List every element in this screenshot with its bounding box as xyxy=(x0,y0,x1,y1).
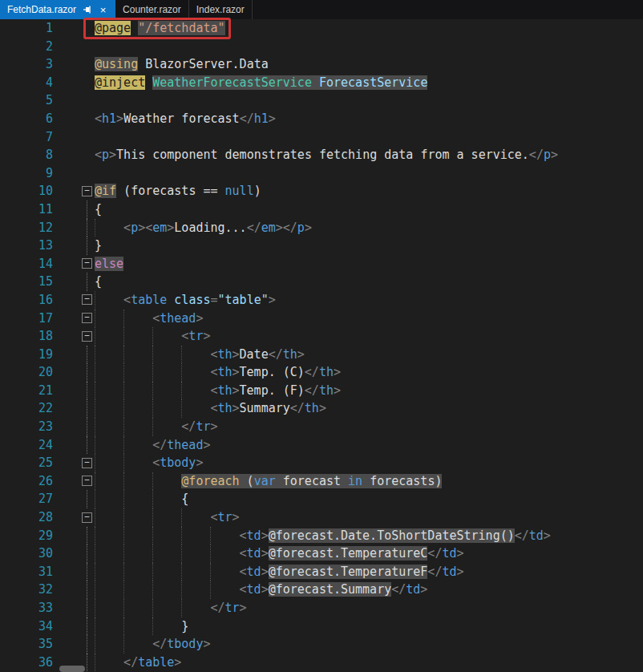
code-line[interactable]: 19<th>Date</th> xyxy=(0,346,643,364)
code-line[interactable]: 12<p><em>Loading...</em></p> xyxy=(0,219,643,237)
code-line[interactable]: 24</thead> xyxy=(0,436,643,455)
tab-counter[interactable]: Counter.razor xyxy=(115,0,189,19)
code-line[interactable]: 35</tbody> xyxy=(0,635,643,654)
line-number: 18 xyxy=(0,327,53,346)
code-line[interactable]: 20<th>Temp. (C)</th> xyxy=(0,363,643,382)
fold-gutter xyxy=(53,273,95,291)
code-line[interactable]: 30<td>@forecast.TemperatureC</td> xyxy=(0,544,643,563)
code-line[interactable]: 32<td>@forecast.Summary</td> xyxy=(0,581,643,599)
fold-collapse-icon[interactable]: − xyxy=(82,294,92,305)
code-line[interactable]: 5 xyxy=(0,91,643,110)
line-number: 35 xyxy=(0,635,53,654)
code-line[interactable]: 22<th>Summary</th> xyxy=(0,399,643,418)
code-line[interactable]: 14−else xyxy=(0,255,643,273)
fold-guide-line xyxy=(87,363,87,382)
code-token: </ xyxy=(515,528,529,543)
indent-guide xyxy=(152,544,181,563)
pin-icon[interactable] xyxy=(82,5,92,15)
code-token: > xyxy=(109,148,116,162)
code-token: thead xyxy=(167,438,203,452)
editor[interactable]: 1@page "/fetchdata"23@using BlazorServer… xyxy=(0,19,643,672)
code-token: null xyxy=(225,184,254,198)
code-token: > xyxy=(210,419,217,434)
code-line[interactable]: 26−@foreach (var forecast in forecasts) xyxy=(0,472,643,491)
code-line[interactable]: 25−<tbody> xyxy=(0,454,643,472)
line-number: 34 xyxy=(0,617,53,636)
fold-guide-line xyxy=(87,418,87,436)
code-line[interactable]: 27{ xyxy=(0,490,643,508)
code-line[interactable]: 11{ xyxy=(0,200,643,219)
indent-guide xyxy=(152,327,181,346)
indent-guide xyxy=(152,346,181,364)
indent-guide xyxy=(123,527,152,545)
code-line[interactable]: 3@using BlazorServer.Data xyxy=(0,55,643,74)
line-number: 12 xyxy=(0,219,53,237)
code-line[interactable]: 2 xyxy=(0,38,643,56)
code-line[interactable]: 33</tr> xyxy=(0,599,643,617)
code-line[interactable]: 10−@if (forecasts == null) xyxy=(0,182,643,200)
code-line[interactable]: 29<td>@forecast.Date.ToShortDateString()… xyxy=(0,527,643,545)
code-token: BlazorServer.Data xyxy=(145,57,269,71)
code-token: table xyxy=(138,655,174,670)
line-number: 15 xyxy=(0,273,53,291)
code-line[interactable]: 17−<thead> xyxy=(0,310,643,328)
fold-guide-line xyxy=(87,544,87,563)
code-token: > xyxy=(456,546,463,561)
code-line[interactable]: 7 xyxy=(0,128,643,147)
code-line[interactable]: 6<h1>Weather forecast</h1> xyxy=(0,110,643,128)
code-token: tr xyxy=(196,419,210,434)
fold-collapse-icon[interactable]: − xyxy=(82,258,92,269)
code-token: { xyxy=(95,202,102,217)
code-token: < xyxy=(181,329,188,343)
indent-guide xyxy=(152,527,181,545)
code-line[interactable]: 9 xyxy=(0,164,643,183)
code-line[interactable]: 21<th>Temp. (F)</th> xyxy=(0,382,643,400)
fold-guide-line xyxy=(87,399,87,418)
indent-guide xyxy=(210,581,239,599)
tab-index[interactable]: Index.razor xyxy=(189,0,253,19)
indent-guide xyxy=(123,508,152,527)
code-line[interactable]: 4@inject WeatherForecastService Forecast… xyxy=(0,74,643,92)
fold-gutter xyxy=(53,436,95,455)
fold-guide-line xyxy=(87,346,87,364)
indent-guide xyxy=(181,363,210,382)
line-number: 26 xyxy=(0,472,53,491)
fold-collapse-icon[interactable]: − xyxy=(82,512,92,523)
indent-guide xyxy=(123,617,152,636)
code-token xyxy=(138,57,145,71)
code-line[interactable]: 34} xyxy=(0,617,643,636)
code-line[interactable]: 23</tr> xyxy=(0,418,643,436)
line-number: 19 xyxy=(0,346,53,364)
code-line[interactable]: 1@page "/fetchdata" xyxy=(0,19,643,38)
code-line[interactable]: 15{ xyxy=(0,273,643,291)
code-line[interactable]: 16−<table class="table"> xyxy=(0,291,643,310)
fold-collapse-icon[interactable]: − xyxy=(82,458,92,468)
horizontal-scrollbar-thumb[interactable] xyxy=(59,666,85,672)
line-number: 1 xyxy=(0,19,53,38)
code-line[interactable]: 36</table> xyxy=(0,654,643,672)
fold-gutter xyxy=(53,544,95,563)
code-line[interactable]: 18−<tr> xyxy=(0,327,643,346)
indent-guide xyxy=(152,363,181,382)
indent-guide xyxy=(181,346,210,364)
fold-collapse-icon[interactable]: − xyxy=(82,313,92,323)
fold-gutter xyxy=(53,55,95,74)
code-line[interactable]: 13} xyxy=(0,237,643,255)
code-token: </ xyxy=(123,655,138,670)
code-token: h1 xyxy=(102,111,116,126)
code-token: > xyxy=(203,329,210,343)
code-token: th xyxy=(319,365,334,379)
close-icon[interactable]: × xyxy=(98,5,108,15)
fold-collapse-icon[interactable]: − xyxy=(82,186,92,196)
code-line[interactable]: 28−<tr> xyxy=(0,508,643,527)
code-token: } xyxy=(95,238,102,253)
fold-collapse-icon[interactable]: − xyxy=(82,331,92,342)
tab-fetchdata[interactable]: FetchData.razor × xyxy=(0,0,115,19)
fold-gutter xyxy=(53,418,95,436)
code-line[interactable]: 31<td>@forecast.TemperatureF</td> xyxy=(0,563,643,581)
code-token: p xyxy=(102,148,109,162)
indent-guide xyxy=(95,508,123,527)
fold-collapse-icon[interactable]: − xyxy=(82,476,92,486)
code-token: </ xyxy=(391,582,406,597)
code-line[interactable]: 8<p>This component demonstrates fetching… xyxy=(0,146,643,164)
